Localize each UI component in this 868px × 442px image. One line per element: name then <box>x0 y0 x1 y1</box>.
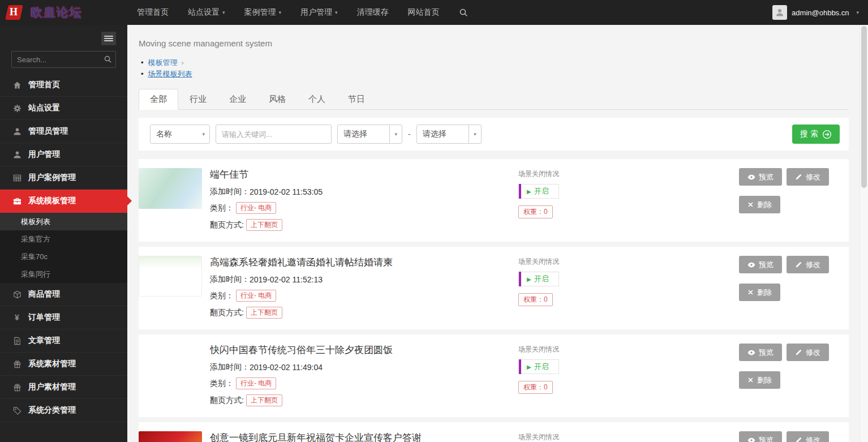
menu-toggle-button[interactable] <box>101 32 116 45</box>
scene-status-label: 场景关闭情况 <box>518 257 688 267</box>
breadcrumb: 模板管理› 场景模板列表 <box>139 57 849 80</box>
added-time-value: 2019-02-02 11:53:05 <box>250 187 323 196</box>
sidebar-item-admin-management[interactable]: 管理员管理 <box>0 120 127 143</box>
filter-select-1[interactable]: 请选择 ▾ <box>337 125 402 144</box>
top-nav: 管理首页 站点设置▾ 案例管理▾ 用户管理▾ 清理缓存 网站首页 <box>127 0 478 25</box>
edit-button[interactable]: 修改 <box>787 431 829 442</box>
play-icon: ▶ <box>527 364 531 370</box>
scene-status-label: 场景关闭情况 <box>518 169 688 179</box>
close-icon <box>747 201 754 208</box>
user-menu[interactable]: admin@ohbbs.cn ▾ <box>772 5 868 20</box>
sidebar-item-user-material-management[interactable]: 用户素材管理 <box>0 376 127 399</box>
edit-button[interactable]: 修改 <box>787 344 829 361</box>
added-time-label: 添加时间： <box>210 362 250 372</box>
edit-button[interactable]: 修改 <box>787 256 829 273</box>
user-icon <box>11 151 23 159</box>
filter-select-2[interactable]: 请选择 ▾ <box>416 125 482 144</box>
eye-icon <box>747 436 755 442</box>
tab-festival[interactable]: 节日 <box>337 89 376 110</box>
sidebar-item-product-management[interactable]: 商品管理 <box>0 283 127 306</box>
delete-button[interactable]: 删除 <box>739 284 780 301</box>
field-select[interactable]: 名称 ▾ <box>150 125 210 144</box>
breadcrumb-scene-template-list[interactable]: 场景模板列表 <box>148 68 192 80</box>
main-content: Moving scene management system 模板管理› 场景模… <box>127 25 868 442</box>
nav-item-site-settings[interactable]: 站点设置▾ <box>178 0 235 25</box>
status-toggle[interactable]: ▶开启 <box>518 359 559 374</box>
tab-personal[interactable]: 个人 <box>297 89 337 110</box>
nav-item-site-home[interactable]: 网站首页 <box>398 0 449 25</box>
search-icon[interactable] <box>449 0 478 25</box>
item-thumbnail[interactable] <box>139 344 202 384</box>
tab-all[interactable]: 全部 <box>139 89 178 110</box>
user-email: admin@ohbbs.cn <box>792 8 849 17</box>
sidebar-item-order-management[interactable]: ¥ 订单管理 <box>0 306 127 329</box>
submenu-item-collect-70c[interactable]: 采集70c <box>0 248 127 265</box>
tab-industry[interactable]: 行业 <box>178 89 218 110</box>
item-thumbnail[interactable] <box>139 431 202 442</box>
sidebar-item-system-template-management[interactable]: 系统模板管理 <box>0 190 127 213</box>
added-time-value: 2019-02-02 11:52:13 <box>250 275 323 284</box>
gift-icon <box>11 383 23 392</box>
close-icon <box>747 377 754 383</box>
tag-icon <box>11 406 23 415</box>
sidebar-item-system-material-management[interactable]: 系统素材管理 <box>0 353 127 376</box>
category-label: 类别： <box>210 379 234 389</box>
nav-item-clear-cache[interactable]: 清理缓存 <box>347 0 398 25</box>
category-tabs: 全部 行业 企业 风格 个人 节日 <box>139 89 849 110</box>
chevron-down-icon: ▾ <box>469 125 481 143</box>
arrow-circle-icon <box>822 130 832 139</box>
sidebar-item-admin-home[interactable]: 管理首页 <box>0 74 127 97</box>
scrollbar-track[interactable] <box>860 25 868 442</box>
delete-button[interactable]: 删除 <box>739 196 780 213</box>
submenu-item-template-list[interactable]: 模板列表 <box>0 213 127 230</box>
avatar <box>772 5 787 20</box>
item-thumbnail[interactable] <box>139 168 202 209</box>
sidebar-item-system-category-management[interactable]: 系统分类管理 <box>0 399 127 422</box>
keyword-input[interactable] <box>216 125 332 144</box>
preview-button[interactable]: 预览 <box>739 431 782 442</box>
status-toggle[interactable]: ▶开启 <box>518 272 559 286</box>
sidebar-item-user-case-management[interactable]: 用户案例管理 <box>0 166 127 190</box>
nav-item-case-management[interactable]: 案例管理▾ <box>235 0 291 25</box>
submenu-item-collect-official[interactable]: 采集官方 <box>0 230 127 248</box>
logo-icon <box>6 4 26 21</box>
sidebar: 管理首页 站点设置 管理员管理 用户管理 用户案例管理 系统模板管理 模板列表 … <box>0 25 127 442</box>
range-separator: - <box>408 130 411 139</box>
added-time-label: 添加时间： <box>210 187 250 197</box>
nav-item-user-management[interactable]: 用户管理▾ <box>291 0 347 25</box>
weight-badge: 权重：0 <box>518 205 553 218</box>
sidebar-item-article-management[interactable]: 文章管理 <box>0 329 127 353</box>
filter-bar: 名称 ▾ 请选择 ▾ - 请选择 ▾ 搜 索 <box>139 118 849 151</box>
search-icon <box>104 55 112 65</box>
sidebar-menu-lower: 商品管理 ¥ 订单管理 文章管理 系统素材管理 用户素材管理 系统分类管理 <box>0 283 127 422</box>
nav-item-admin-home[interactable]: 管理首页 <box>127 0 178 25</box>
edit-button[interactable]: 修改 <box>787 168 829 186</box>
sidebar-item-site-settings[interactable]: 站点设置 <box>0 97 127 120</box>
sidebar-search <box>11 51 116 68</box>
template-card: 高端森系轻奢婚礼邀请函婚礼请帖结婚请柬 添加时间：2019-02-02 11:5… <box>139 247 849 329</box>
pencil-icon <box>795 436 802 442</box>
tab-style[interactable]: 风格 <box>257 89 297 110</box>
preview-button[interactable]: 预览 <box>739 256 782 273</box>
search-button[interactable]: 搜 索 <box>792 125 840 144</box>
submenu-item-collect-peer[interactable]: 采集同行 <box>0 265 127 283</box>
chevron-down-icon: ▾ <box>222 10 225 15</box>
template-list: 端午佳节 添加时间：2019-02-02 11:53:05 类别：行业- 电商 … <box>139 159 849 442</box>
eye-icon <box>747 349 755 357</box>
sidebar-search-input[interactable] <box>11 51 116 68</box>
scrollbar-thumb[interactable] <box>861 26 867 188</box>
sidebar-item-user-management[interactable]: 用户管理 <box>0 143 127 166</box>
yen-icon: ¥ <box>11 313 23 322</box>
home-icon <box>11 81 23 89</box>
tab-enterprise[interactable]: 企业 <box>218 89 257 110</box>
chevron-down-icon: ▾ <box>197 131 209 137</box>
item-thumbnail[interactable] <box>139 256 202 297</box>
delete-button[interactable]: 删除 <box>739 371 780 389</box>
breadcrumb-template-management[interactable]: 模板管理 <box>148 57 178 68</box>
added-time-value: 2019-02-02 11:49:04 <box>250 363 323 372</box>
preview-button[interactable]: 预览 <box>739 344 782 361</box>
sidebar-top <box>0 25 127 74</box>
preview-button[interactable]: 预览 <box>739 168 782 186</box>
status-toggle[interactable]: ▶开启 <box>518 184 559 199</box>
logo[interactable]: 欧皇论坛 <box>0 0 127 25</box>
